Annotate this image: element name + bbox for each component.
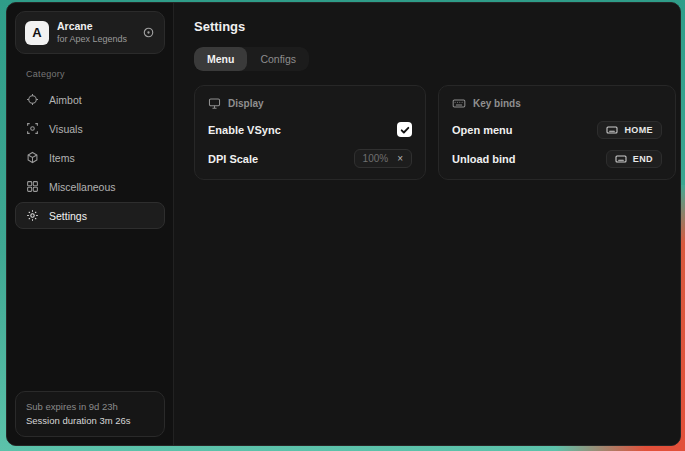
sidebar-item-label: Items xyxy=(49,152,75,164)
sidebar-item-aimbot[interactable]: Aimbot xyxy=(15,86,165,113)
unload-bind-keybind[interactable]: END xyxy=(606,150,662,168)
unload-bind-row: Unload bind END xyxy=(452,150,662,168)
app-window: A Arcane for Apex Legends Category xyxy=(6,2,681,446)
unload-bind-key: END xyxy=(633,154,653,164)
app-logo: A xyxy=(25,21,49,45)
sidebar-item-label: Visuals xyxy=(49,123,83,135)
main-content: Settings Menu Configs Display xyxy=(174,3,681,445)
dpi-scale-row: DPI Scale 100% × xyxy=(208,149,412,168)
open-menu-keybind[interactable]: HOME xyxy=(597,121,662,139)
dpi-scale-value[interactable]: 100% xyxy=(363,153,389,164)
keyboard-icon xyxy=(615,154,627,164)
display-card-title: Display xyxy=(228,98,264,109)
keyboard-icon xyxy=(606,125,618,135)
tab-menu[interactable]: Menu xyxy=(194,47,247,71)
open-menu-row: Open menu HOME xyxy=(452,121,662,139)
brand-card[interactable]: A Arcane for Apex Legends xyxy=(15,11,165,54)
sidebar-item-label: Miscellaneous xyxy=(49,181,116,193)
category-label: Category xyxy=(26,69,165,79)
display-card-header: Display xyxy=(208,97,412,110)
monitor-icon xyxy=(208,97,221,110)
vsync-checkbox[interactable] xyxy=(397,122,412,137)
keybinds-card: Key binds Open menu HOME xyxy=(438,85,676,180)
cube-icon xyxy=(26,151,39,164)
brand-text: Arcane for Apex Legends xyxy=(57,20,134,45)
settings-tabs: Menu Configs xyxy=(194,47,309,71)
keybinds-card-header: Key binds xyxy=(452,97,662,110)
display-card: Display Enable VSync DPI Scale 100% × xyxy=(194,85,426,180)
target-icon[interactable] xyxy=(142,26,155,39)
session-duration-text: Session duration 3m 26s xyxy=(26,414,154,428)
sub-expiry-text: Sub expires in 9d 23h xyxy=(26,400,154,414)
sidebar-spacer xyxy=(15,229,165,390)
crosshair-icon xyxy=(26,93,39,106)
category-nav: Aimbot Visuals Items xyxy=(15,86,165,229)
dpi-scale-label: DPI Scale xyxy=(208,153,258,165)
gear-icon xyxy=(26,209,39,222)
open-menu-key: HOME xyxy=(624,125,653,135)
brand-title: Arcane xyxy=(57,20,134,33)
keyboard-icon xyxy=(452,97,466,110)
unload-bind-label: Unload bind xyxy=(452,153,516,165)
tab-configs[interactable]: Configs xyxy=(247,47,309,71)
sidebar-item-visuals[interactable]: Visuals xyxy=(15,115,165,142)
sidebar-item-settings[interactable]: Settings xyxy=(15,202,165,229)
clear-icon[interactable]: × xyxy=(397,154,403,164)
open-menu-label: Open menu xyxy=(452,124,513,136)
sidebar: A Arcane for Apex Legends Category xyxy=(7,3,174,445)
dpi-scale-input[interactable]: 100% × xyxy=(354,149,412,168)
sidebar-item-label: Aimbot xyxy=(49,94,82,106)
keybinds-card-title: Key binds xyxy=(473,98,521,109)
settings-cards: Display Enable VSync DPI Scale 100% × xyxy=(194,85,676,180)
sidebar-item-miscellaneous[interactable]: Miscellaneous xyxy=(15,173,165,200)
brand-subtitle: for Apex Legends xyxy=(57,34,134,45)
sidebar-item-items[interactable]: Items xyxy=(15,144,165,171)
vsync-row: Enable VSync xyxy=(208,121,412,138)
vsync-label: Enable VSync xyxy=(208,124,281,136)
eye-icon xyxy=(26,122,39,135)
sidebar-item-label: Settings xyxy=(49,210,87,222)
page-title: Settings xyxy=(194,19,676,34)
subscription-status-card: Sub expires in 9d 23h Session duration 3… xyxy=(15,391,165,438)
grid-icon xyxy=(26,180,39,193)
